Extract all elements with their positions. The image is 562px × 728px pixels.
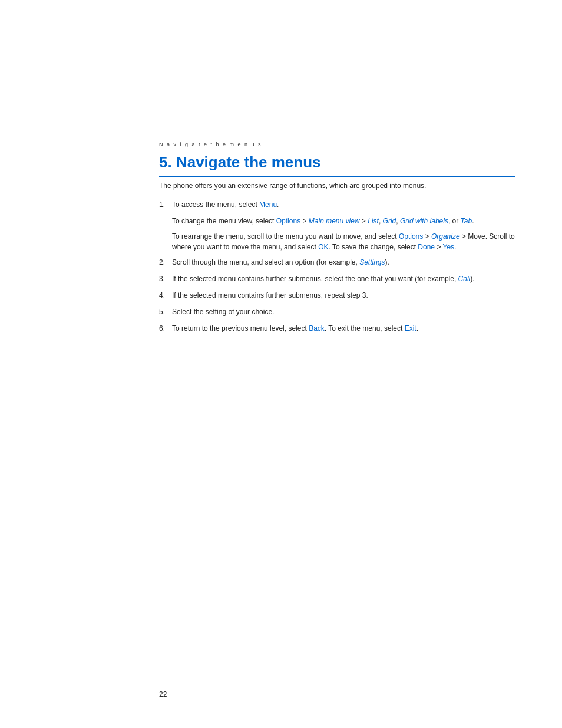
step-5-text: Select the setting of your choice. [172,308,274,316]
breadcrumb: N a v i g a t e t h e m e n u s [159,141,515,147]
menu-link[interactable]: Menu [259,200,277,209]
step-4-content: If the selected menu contains further su… [172,290,515,301]
step-5-content: Select the setting of your choice. [172,307,515,317]
step-1: 1. To access the menu, select Menu. [159,199,515,210]
done-link[interactable]: Done [418,243,435,251]
chapter-title: 5. Navigate the menus [159,153,515,177]
main-menu-view-link[interactable]: Main menu view [309,217,360,225]
step-1-text-before: To access the menu, select [172,200,259,209]
organize-link[interactable]: Organize [431,232,460,241]
step-3-content: If the selected menu contains further su… [172,274,515,284]
step-1-number: 1. [159,199,172,210]
step-1-sub1: To change the menu view, select Options … [172,216,515,226]
step-4-text: If the selected menu contains further su… [172,291,368,299]
step-1-content: To access the menu, select Menu. [172,199,515,210]
tab-link[interactable]: Tab [461,217,472,225]
grid-link[interactable]: Grid [383,217,396,225]
step-2-number: 2. [159,257,172,268]
step-4-number: 4. [159,290,172,301]
step-5-number: 5. [159,307,172,317]
call-link[interactable]: Call [458,275,471,283]
grid-with-labels-link[interactable]: Grid with labels [400,217,448,225]
step-6: 6. To return to the previous menu level,… [159,323,515,334]
step-6-number: 6. [159,323,172,334]
list-link[interactable]: List [368,217,379,225]
chapter-number: 5. [159,153,172,171]
step-6-content: To return to the previous menu level, se… [172,323,515,334]
chapter-title-text: Navigate the menus [176,153,321,171]
step-1-text-after: . [277,200,279,209]
steps-list: 1. To access the menu, select Menu. To c… [159,199,515,334]
settings-link[interactable]: Settings [359,258,385,266]
options-link-1[interactable]: Options [276,217,300,225]
intro-paragraph: The phone offers you an extensive range … [159,180,515,191]
step-3-number: 3. [159,274,172,284]
content-area: N a v i g a t e t h e m e n u s 5. Navig… [159,0,515,334]
back-link[interactable]: Back [309,324,325,332]
yes-link[interactable]: Yes [443,243,455,251]
step-2: 2. Scroll through the menu, and select a… [159,257,515,268]
exit-link[interactable]: Exit [405,324,416,332]
step-4: 4. If the selected menu contains further… [159,290,515,301]
step-2-content: Scroll through the menu, and select an o… [172,257,515,268]
options-link-2[interactable]: Options [399,232,423,241]
step-3: 3. If the selected menu contains further… [159,274,515,284]
ok-link[interactable]: OK [318,243,328,251]
page-number: 22 [159,690,167,699]
step-5: 5. Select the setting of your choice. [159,307,515,317]
step-1-sub2: To rearrange the menu, scroll to the men… [172,231,515,252]
page-container: N a v i g a t e t h e m e n u s 5. Navig… [0,0,562,728]
